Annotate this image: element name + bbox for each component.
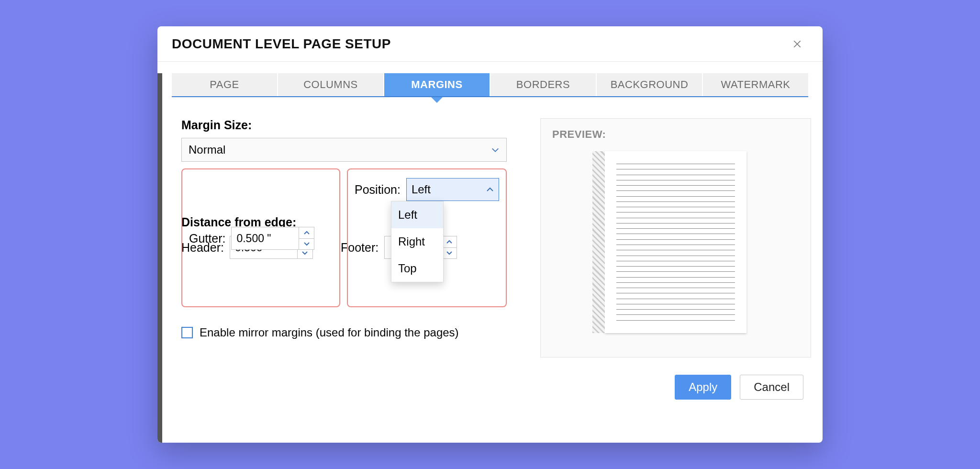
margin-size-select[interactable]: Normal	[181, 138, 507, 162]
tab-margins[interactable]: MARGINS	[384, 73, 490, 96]
gutter-input[interactable]	[232, 227, 299, 249]
gutter-step-down[interactable]	[299, 239, 314, 250]
mirror-margins-label: Enable mirror margins (used for binding …	[200, 326, 459, 339]
tabs: PAGE COLUMNS MARGINS BORDERS BACKGROUND …	[172, 73, 808, 97]
gutter-spinner[interactable]	[231, 227, 314, 250]
gutter-label: Gutter:	[189, 232, 225, 246]
dialog-titlebar: DOCUMENT LEVEL PAGE SETUP	[157, 26, 823, 62]
margin-size-value: Normal	[189, 143, 225, 156]
dialog-title: DOCUMENT LEVEL PAGE SETUP	[172, 36, 391, 52]
apply-button[interactable]: Apply	[675, 375, 731, 400]
position-option-right[interactable]: Right	[391, 228, 443, 255]
dialog-shadow	[157, 73, 162, 443]
page-setup-dialog: DOCUMENT LEVEL PAGE SETUP PAGE COLUMNS M…	[157, 26, 823, 443]
position-option-left[interactable]: Left	[391, 201, 443, 228]
mirror-margins-checkbox[interactable]	[181, 327, 193, 338]
close-button[interactable]	[790, 37, 804, 51]
preview-title: PREVIEW:	[552, 128, 799, 141]
chevron-down-icon	[303, 242, 310, 246]
position-group: Position: Left Left Right Top	[347, 168, 507, 307]
preview-panel: PREVIEW:	[540, 118, 811, 357]
dialog-buttons: Apply Cancel	[675, 375, 803, 400]
chevron-down-icon	[491, 145, 500, 154]
gutter-step-up[interactable]	[299, 227, 314, 239]
dialog-content: Margin Size: Normal Gutter:	[157, 97, 823, 357]
tab-watermark[interactable]: WATERMARK	[703, 73, 808, 96]
position-value: Left	[412, 183, 431, 196]
position-select[interactable]: Left	[406, 178, 499, 201]
preview-page-wrap	[552, 151, 799, 333]
chevron-up-icon	[303, 230, 310, 235]
position-option-top[interactable]: Top	[391, 255, 443, 282]
position-dropdown: Left Right Top	[391, 201, 444, 282]
preview-page	[605, 151, 746, 333]
preview-pane: PREVIEW:	[540, 118, 811, 357]
mirror-margins-row: Enable mirror margins (used for binding …	[181, 326, 507, 339]
position-label: Position:	[355, 183, 401, 197]
tab-page[interactable]: PAGE	[172, 73, 278, 96]
gutter-group: Gutter:	[181, 168, 340, 307]
tab-background[interactable]: BACKGROUND	[597, 73, 703, 96]
tab-columns[interactable]: COLUMNS	[278, 73, 384, 96]
tab-borders[interactable]: BORDERS	[490, 73, 597, 96]
preview-lines	[616, 164, 735, 321]
close-icon	[792, 39, 802, 49]
gutter-steppers	[299, 227, 314, 249]
margins-panel: Margin Size: Normal Gutter:	[181, 118, 507, 357]
cancel-button[interactable]: Cancel	[740, 375, 803, 400]
margin-size-label: Margin Size:	[181, 118, 507, 132]
chevron-up-icon	[486, 187, 494, 192]
preview-gutter-icon	[592, 151, 605, 333]
